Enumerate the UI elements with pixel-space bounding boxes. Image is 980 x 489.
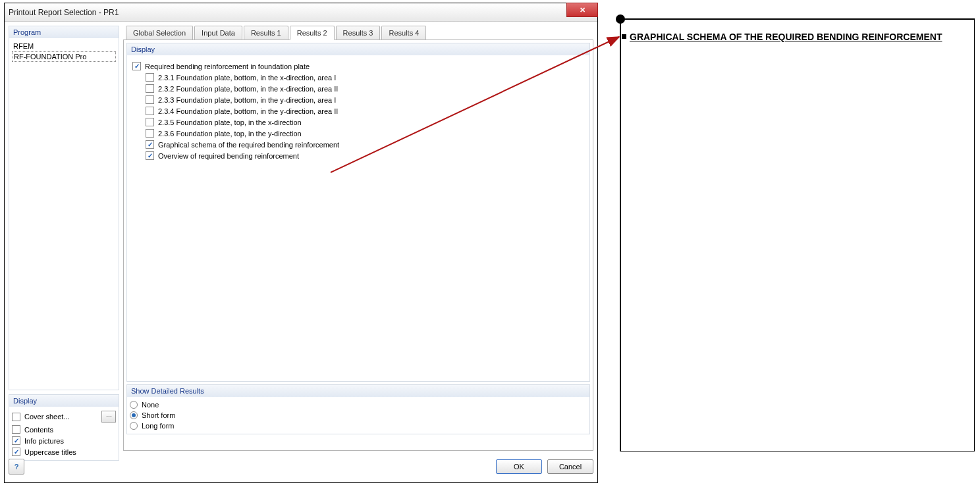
cover-label: Cover sheet...	[24, 413, 69, 421]
window-title: Printout Report Selection - PR1	[9, 8, 119, 17]
info-checkbox[interactable]	[12, 436, 20, 445]
cover-checkbox[interactable]	[12, 413, 20, 421]
program-item-foundation[interactable]: RF-FOUNDATION Pro	[12, 51, 116, 62]
detailed-title: Show Detailed Results	[127, 385, 589, 397]
long-radio[interactable]	[130, 422, 138, 430]
left-display-group: Display Cover sheet... ⋯ Contents Info p…	[9, 394, 119, 461]
c3-checkbox[interactable]	[146, 95, 154, 104]
program-group: Program RFEM RF-FOUNDATION Pro	[9, 26, 119, 390]
info-label: Info pictures	[24, 437, 64, 445]
left-display-title: Display	[9, 395, 119, 407]
tab-results1[interactable]: Results 1	[244, 26, 288, 40]
help-icon: ?	[14, 463, 19, 471]
contents-checkbox[interactable]	[12, 425, 20, 434]
upper-label: Uppercase titles	[24, 448, 76, 456]
dialog-window: Printout Report Selection - PR1 ✕ Progra…	[4, 3, 598, 483]
titlebar: Printout Report Selection - PR1 ✕	[5, 3, 597, 22]
tab-strip: Global Selection Input Data Results 1 Re…	[123, 26, 593, 40]
c5-checkbox[interactable]	[146, 118, 154, 126]
short-label: Short form	[142, 411, 175, 419]
c4-label: 2.3.4 Foundation plate, bottom, in the y…	[158, 107, 338, 115]
root-label: Required bending reinforcement in founda…	[145, 63, 310, 70]
program-item-rfem[interactable]: RFEM	[12, 41, 116, 51]
detailed-group: Show Detailed Results None Short form Lo…	[126, 384, 590, 434]
tab-global[interactable]: Global Selection	[126, 26, 193, 40]
display-group: Display Required bending reinforcement i…	[126, 43, 590, 382]
root-checkbox[interactable]	[132, 62, 141, 70]
long-label: Long form	[142, 422, 175, 430]
c7-checkbox[interactable]	[146, 140, 154, 149]
c2-label: 2.3.2 Foundation plate, bottom, in the x…	[158, 85, 338, 93]
tab-results2[interactable]: Results 2	[290, 26, 335, 40]
tab-results4[interactable]: Results 4	[381, 26, 426, 40]
c5-label: 2.3.5 Foundation plate, top, in the x-di…	[158, 118, 302, 126]
close-icon: ✕	[580, 6, 585, 14]
upper-checkbox[interactable]	[12, 448, 20, 456]
c8-label: Overview of required bending reinforceme…	[158, 152, 299, 160]
c8-checkbox[interactable]	[146, 151, 154, 160]
close-button[interactable]: ✕	[566, 3, 598, 17]
program-list[interactable]: RFEM RF-FOUNDATION Pro	[9, 38, 119, 390]
c7-label: Graphical schema of the required bending…	[158, 141, 339, 149]
none-label: None	[142, 401, 159, 409]
tab-results3[interactable]: Results 3	[336, 26, 381, 40]
short-radio[interactable]	[130, 411, 138, 419]
contents-label: Contents	[24, 426, 53, 434]
help-button[interactable]: ?	[9, 459, 24, 475]
c1-label: 2.3.1 Foundation plate, bottom, in the x…	[158, 74, 336, 82]
c6-label: 2.3.6 Foundation plate, top, in the y-di…	[158, 130, 302, 138]
schema-panel: 8 x 0.25 Top req. Asy, i 8 x 0.26 Top re…	[620, 18, 975, 451]
ok-button[interactable]: OK	[496, 459, 542, 474]
display-title: Display	[127, 43, 589, 55]
none-radio[interactable]	[130, 401, 138, 409]
cancel-button[interactable]: Cancel	[547, 459, 593, 474]
c4-checkbox[interactable]	[146, 107, 154, 115]
tab-input[interactable]: Input Data	[194, 26, 242, 40]
c1-checkbox[interactable]	[146, 73, 154, 82]
c3-label: 2.3.3 Foundation plate, bottom, in the y…	[158, 96, 336, 104]
program-title: Program	[9, 26, 119, 38]
c6-checkbox[interactable]	[146, 129, 154, 138]
cover-edit-button[interactable]: ⋯	[101, 411, 116, 423]
c2-checkbox[interactable]	[146, 84, 154, 93]
